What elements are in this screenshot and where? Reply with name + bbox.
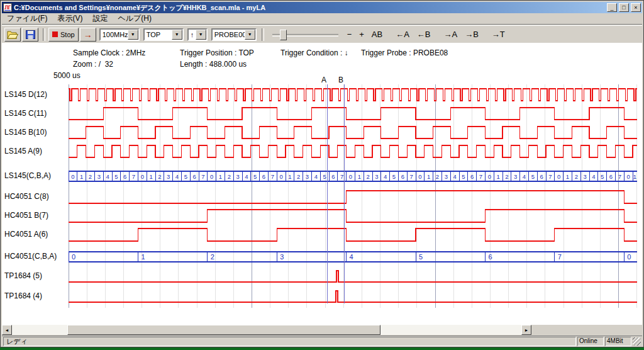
minimize-button[interactable]: _ bbox=[607, 3, 617, 12]
open-button[interactable] bbox=[4, 28, 21, 42]
horizontal-scrollbar[interactable]: ◄ ► bbox=[2, 325, 531, 335]
probe-select[interactable]: PROBE00 ▼ bbox=[211, 28, 257, 41]
zoom-in-button[interactable]: + bbox=[356, 28, 367, 42]
jump-left-a-button[interactable]: ←A bbox=[392, 28, 413, 42]
menu-help[interactable]: ヘルプ(H) bbox=[113, 13, 157, 25]
maximize-button[interactable]: □ bbox=[619, 3, 629, 12]
run-arrow-icon: → bbox=[84, 30, 92, 39]
status-memory: 4MBit bbox=[605, 337, 631, 346]
resize-grip[interactable] bbox=[633, 337, 641, 346]
floppy-icon bbox=[26, 30, 35, 39]
jump-left-b-button[interactable]: ←B bbox=[414, 28, 434, 42]
trigger-edge-select[interactable]: ↑ ▼ bbox=[187, 28, 208, 41]
scroll-left-icon[interactable]: ◄ bbox=[2, 325, 12, 335]
app-window: C:¥Documents and Settings¥noname¥デスクトップ¥… bbox=[0, 0, 644, 347]
window-title: C:¥Documents and Settings¥noname¥デスクトップ¥… bbox=[14, 3, 605, 13]
zoom-out-button[interactable]: − bbox=[344, 28, 355, 42]
chevron-down-icon[interactable]: ▼ bbox=[128, 30, 138, 40]
toolbar-separator bbox=[262, 28, 264, 41]
waveform-area bbox=[2, 43, 642, 325]
trigger-position-select[interactable]: TOP ▼ bbox=[143, 28, 184, 41]
chevron-down-icon[interactable]: ▼ bbox=[172, 30, 182, 40]
chevron-down-icon[interactable]: ▼ bbox=[196, 30, 206, 40]
save-button[interactable] bbox=[22, 28, 38, 42]
jump-trigger-button[interactable]: →T bbox=[489, 28, 508, 42]
menu-file[interactable]: ファイル(F) bbox=[2, 13, 52, 25]
stop-icon bbox=[52, 31, 58, 37]
slider-thumb[interactable] bbox=[280, 30, 287, 40]
menu-bar: ファイル(F) 表示(V) 設定 ヘルプ(H) bbox=[2, 13, 642, 25]
scrollbar-thumb[interactable] bbox=[67, 325, 380, 335]
toolbar-separator bbox=[43, 28, 45, 41]
ab-button[interactable]: AB bbox=[369, 28, 386, 42]
menu-settings[interactable]: 設定 bbox=[87, 13, 113, 25]
stop-button[interactable]: Stop bbox=[48, 28, 79, 42]
jump-right-a-button[interactable]: →A bbox=[441, 28, 461, 42]
scrollbar-row: ◄ ► bbox=[2, 325, 642, 336]
stop-label: Stop bbox=[60, 31, 75, 38]
toolbar: Stop → 100MHz ▼ TOP ▼ ↑ ▼ PROBE00 ▼ − + … bbox=[2, 25, 642, 43]
probe-value: PROBE00 bbox=[213, 31, 245, 38]
status-bar: レディ Online 4MBit bbox=[2, 336, 642, 346]
sample-rate-value: 100MHz bbox=[101, 31, 128, 38]
jump-right-b-button[interactable]: →B bbox=[462, 28, 482, 42]
run-button[interactable]: → bbox=[80, 28, 96, 42]
app-icon bbox=[3, 3, 12, 12]
status-text: レディ bbox=[3, 337, 576, 346]
zoom-slider[interactable] bbox=[272, 28, 338, 42]
trigger-position-value: TOP bbox=[145, 31, 172, 38]
status-online: Online bbox=[577, 337, 604, 346]
close-button[interactable]: × bbox=[631, 3, 641, 12]
open-folder-icon bbox=[7, 30, 18, 39]
trigger-edge-value: ↑ bbox=[189, 31, 196, 38]
scroll-right-icon[interactable]: ► bbox=[521, 325, 531, 335]
menu-view[interactable]: 表示(V) bbox=[52, 13, 87, 25]
sample-rate-select[interactable]: 100MHz ▼ bbox=[99, 28, 140, 41]
title-bar[interactable]: C:¥Documents and Settings¥noname¥デスクトップ¥… bbox=[2, 2, 642, 13]
chevron-down-icon[interactable]: ▼ bbox=[245, 30, 255, 40]
